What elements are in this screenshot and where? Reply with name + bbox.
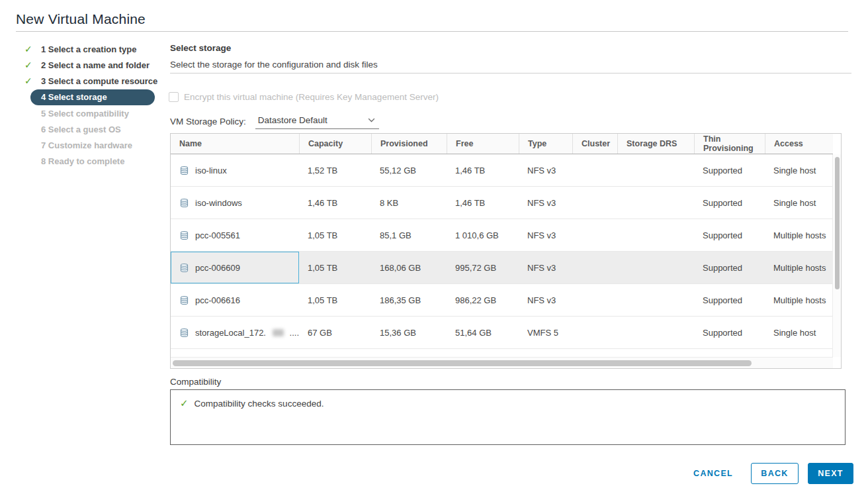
access-cell: Multiple hosts: [765, 252, 833, 283]
cancel-button[interactable]: CANCEL: [687, 464, 740, 483]
datastore-name-cell: pcc-006616: [171, 284, 299, 316]
datastore-name-cell: iso-windows: [171, 187, 299, 219]
column-header-free[interactable]: Free: [447, 134, 519, 154]
cluster-cell: [572, 219, 617, 251]
capacity-cell: 67 GB: [299, 317, 371, 348]
datastore-icon: [179, 263, 189, 273]
compatibility-box: ✓ Compatibility checks succeeded.: [170, 389, 846, 445]
access-cell: Multiple hosts: [765, 219, 833, 251]
column-header-provisioned[interactable]: Provisioned: [371, 134, 447, 154]
wizard-step-1[interactable]: ✓1 Select a creation type: [16, 41, 169, 57]
provisioned-cell: 55,12 GB: [371, 154, 447, 186]
step-label: 8 Ready to complete: [16, 156, 124, 166]
provisioned-cell: 8 KB: [371, 187, 447, 219]
wizard-step-2[interactable]: ✓2 Select a name and folder: [16, 57, 169, 73]
datastore-table-header: NameCapacityProvisionedFreeTypeClusterSt…: [171, 134, 833, 154]
wizard-step-6: 6 Select a guest OS: [16, 121, 169, 137]
vm-storage-policy-select[interactable]: Datastore Default: [255, 115, 379, 129]
type-cell: NFS v3: [519, 154, 572, 186]
storage-drs-cell: [617, 187, 694, 219]
datastore-name: pcc-005561: [195, 230, 240, 240]
horizontal-scrollbar[interactable]: [171, 357, 833, 368]
wizard-step-4[interactable]: 4 Select storage: [16, 89, 169, 105]
horizontal-scrollbar-thumb[interactable]: [173, 360, 752, 366]
datastore-row-pcc-005561[interactable]: pcc-0055611,05 TB85,1 GB1 010,6 GBNFS v3…: [171, 219, 833, 252]
step-label: 2 Select a name and folder: [16, 60, 150, 70]
content-divider: [170, 73, 851, 74]
step-label: 4 Select storage: [30, 92, 107, 102]
thin-provisioning-cell: Supported: [694, 154, 765, 186]
access-cell: Multiple hosts: [765, 284, 833, 316]
title-divider: [16, 31, 848, 32]
type-cell: NFS v3: [519, 284, 572, 316]
storage-drs-cell: [617, 284, 694, 316]
type-cell: NFS v3: [519, 219, 572, 251]
column-header-capacity[interactable]: Capacity: [299, 134, 371, 154]
vm-storage-policy-row: VM Storage Policy: Datastore Default: [170, 115, 379, 129]
datastore-name: storageLocal_172.: [195, 328, 266, 338]
step-label: 6 Select a guest OS: [16, 124, 121, 134]
datastore-row-iso-windows[interactable]: iso-windows1,46 TB8 KB1,46 TBNFS v3Suppo…: [171, 187, 833, 219]
storage-drs-cell: [617, 154, 694, 186]
free-cell: 1 010,6 GB: [447, 219, 519, 251]
datastore-name-cell: storageLocal_172.....: [171, 317, 299, 348]
access-cell: Single host: [765, 154, 833, 186]
datastore-name-cell: iso-linux: [171, 154, 299, 186]
column-header-storage-drs[interactable]: Storage DRS: [617, 134, 694, 154]
encrypt-vm-row: Encrypt this virtual machine (Requires K…: [169, 92, 439, 102]
thin-provisioning-cell: Supported: [694, 284, 765, 316]
storage-drs-cell: [617, 219, 694, 251]
free-cell: 986,22 GB: [447, 284, 519, 316]
wizard-step-5: 5 Select compatibility: [16, 105, 169, 121]
page-title: Select storage: [170, 43, 231, 53]
datastore-name: pcc-006616: [195, 295, 240, 305]
wizard-step-7: 7 Customize hardware: [16, 137, 169, 153]
encrypt-vm-checkbox[interactable]: [169, 92, 179, 102]
next-button[interactable]: NEXT: [808, 463, 853, 484]
back-button[interactable]: BACK: [751, 463, 799, 484]
capacity-cell: 1,05 TB: [299, 252, 371, 283]
active-step-pill: 4 Select storage: [30, 89, 155, 105]
wizard-steps: ✓1 Select a creation type✓2 Select a nam…: [16, 41, 169, 169]
datastore-icon: [179, 328, 189, 338]
wizard-footer: CANCEL BACK NEXT: [687, 463, 853, 484]
table-partial-row: [171, 349, 833, 357]
vm-storage-policy-value: Datastore Default: [258, 115, 327, 125]
capacity-cell: 1,05 TB: [299, 284, 371, 316]
step-label: 3 Select a compute resource: [16, 76, 157, 86]
column-header-type[interactable]: Type: [519, 134, 572, 154]
datastore-row-pcc-006616[interactable]: pcc-0066161,05 TB186,35 GB986,22 GBNFS v…: [171, 284, 833, 317]
free-cell: 51,64 GB: [447, 317, 519, 348]
thin-provisioning-cell: Supported: [694, 187, 765, 219]
datastore-icon: [179, 166, 189, 175]
step-label: 5 Select compatibility: [16, 109, 129, 119]
thin-provisioning-cell: Supported: [694, 219, 765, 251]
compatibility-message-row: ✓ Compatibility checks succeeded.: [171, 390, 845, 417]
wizard-step-3[interactable]: ✓3 Select a compute resource: [16, 73, 169, 89]
column-header-cluster[interactable]: Cluster: [572, 134, 617, 154]
datastore-row-iso-linux[interactable]: iso-linux1,52 TB55,12 GB1,46 TBNFS v3Sup…: [171, 154, 833, 187]
provisioned-cell: 15,36 GB: [371, 317, 447, 348]
free-cell: 995,72 GB: [447, 252, 519, 283]
datastore-name-suffix: ....: [290, 328, 299, 338]
column-header-name[interactable]: Name: [171, 134, 299, 154]
provisioned-cell: 85,1 GB: [371, 219, 447, 251]
datastore-icon: [179, 230, 189, 240]
datastore-icon: [179, 198, 189, 208]
storage-drs-cell: [617, 252, 694, 283]
capacity-cell: 1,46 TB: [299, 187, 371, 219]
type-cell: NFS v3: [519, 187, 572, 219]
thin-provisioning-cell: Supported: [694, 252, 765, 283]
vertical-scrollbar[interactable]: [832, 154, 841, 357]
column-header-access[interactable]: Access: [765, 134, 833, 154]
step-label: 1 Select a creation type: [16, 44, 137, 54]
provisioned-cell: 186,35 GB: [371, 284, 447, 316]
column-header-thin-provisioning[interactable]: Thin Provisioning: [694, 134, 765, 154]
vertical-scrollbar-thumb[interactable]: [835, 157, 840, 289]
datastore-row-storageLocal_172[interactable]: storageLocal_172.....67 GB15,36 GB51,64 …: [171, 317, 833, 349]
cluster-cell: [572, 187, 617, 219]
datastore-row-pcc-006609[interactable]: pcc-0066091,05 TB168,06 GB995,72 GBNFS v…: [171, 252, 833, 284]
new-vm-wizard: New Virtual Machine ✓1 Select a creation…: [0, 0, 868, 494]
page-subtitle: Select the storage for the configuration…: [170, 60, 378, 70]
check-icon: ✓: [24, 44, 32, 54]
